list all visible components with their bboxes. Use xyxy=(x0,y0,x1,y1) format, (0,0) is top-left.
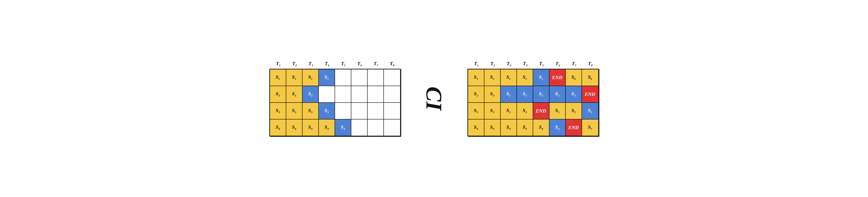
col-header-5: T5 xyxy=(335,61,351,69)
grid-row-2: S2S2S2S2S2S2S2END xyxy=(468,86,598,103)
col-header-8: T8 xyxy=(582,61,598,69)
cell-r4-c5: S4 xyxy=(533,119,550,136)
cell-r2-c5: S2 xyxy=(533,86,550,102)
col-header-6: T6 xyxy=(351,61,368,69)
cell-r2-c8: END xyxy=(582,86,598,102)
cell-r1-c2: S1 xyxy=(286,70,303,86)
cell-r4-c6: S4 xyxy=(550,119,566,136)
cell-r1-c6: END xyxy=(550,70,566,86)
right-col-headers: T1T2T3T4T5T6T7T8 xyxy=(468,61,598,69)
grid-row-1: S1S1S1S1S1ENDS6S6 xyxy=(468,70,598,86)
cell-r2-c4: S2 xyxy=(517,86,533,102)
cell-r3-c7 xyxy=(368,103,384,119)
cell-r2-c3: S2 xyxy=(303,86,319,102)
cell-r4-c8: S7 xyxy=(582,119,598,136)
cell-r3-c1: S3 xyxy=(270,103,286,119)
right-diagram: T1T2T3T4T5T6T7T8 S1S1S1S1S1ENDS6S6S2S2S2… xyxy=(467,61,599,136)
cell-r3-c8 xyxy=(384,103,400,119)
grid-row-3: S3S3S3S3 xyxy=(270,103,400,119)
col-header-1: T1 xyxy=(270,61,286,69)
cell-r1-c8 xyxy=(384,70,400,86)
cell-r1-c6 xyxy=(351,70,368,86)
cell-r1-c5: S1 xyxy=(533,70,550,86)
cell-r3-c4: S3 xyxy=(319,103,335,119)
col-header-7: T7 xyxy=(566,61,582,69)
cell-r1-c5 xyxy=(335,70,351,86)
left-grid: S1S1S1S1S2S2S2S3S3S3S3S4S4S4S4S4 xyxy=(269,69,401,136)
page-container: T1T2T3T4T5T6T7T8 S1S1S1S1S2S2S2S3S3S3S3S… xyxy=(256,52,613,145)
ci-label: CI xyxy=(419,86,450,111)
cell-r3-c4: S3 xyxy=(517,103,533,119)
grid-row-2: S2S2S2 xyxy=(270,86,400,103)
cell-r1-c1: S1 xyxy=(270,70,286,86)
col-header-3: T3 xyxy=(303,61,319,69)
cell-r4-c6 xyxy=(351,119,368,136)
cell-r4-c5: S4 xyxy=(335,119,351,136)
right-grid: S1S1S1S1S1ENDS6S6S2S2S2S2S2S2S2ENDS3S3S3… xyxy=(467,69,599,136)
cell-r4-c3: S4 xyxy=(303,119,319,136)
col-header-3: T3 xyxy=(501,61,517,69)
cell-r4-c1: S4 xyxy=(270,119,286,136)
cell-r4-c7 xyxy=(368,119,384,136)
col-header-2: T2 xyxy=(286,61,303,69)
cell-r3-c3: S3 xyxy=(501,103,517,119)
cell-r3-c8: S3 xyxy=(582,103,598,119)
col-header-7: T7 xyxy=(368,61,384,69)
cell-r4-c2: S4 xyxy=(485,119,501,136)
cell-r3-c5 xyxy=(335,103,351,119)
cell-r2-c2: S2 xyxy=(286,86,303,102)
cell-r2-c4 xyxy=(319,86,335,102)
col-header-5: T5 xyxy=(533,61,550,69)
cell-r4-c8 xyxy=(384,119,400,136)
cell-r3-c1: S3 xyxy=(468,103,485,119)
col-header-4: T4 xyxy=(517,61,533,69)
cell-r4-c7: END xyxy=(566,119,582,136)
cell-r4-c2: S4 xyxy=(286,119,303,136)
cell-r4-c4: S4 xyxy=(319,119,335,136)
cell-r3-c3: S3 xyxy=(303,103,319,119)
cell-r3-c2: S3 xyxy=(286,103,303,119)
cell-r1-c7 xyxy=(368,70,384,86)
left-col-headers: T1T2T3T4T5T6T7T8 xyxy=(270,61,400,69)
grid-row-1: S1S1S1S1 xyxy=(270,70,400,86)
cell-r1-c3: S1 xyxy=(501,70,517,86)
cell-r1-c3: S1 xyxy=(303,70,319,86)
grid-row-4: S4S4S4S4S4S4ENDS7 xyxy=(468,119,598,136)
col-header-4: T4 xyxy=(319,61,335,69)
cell-r1-c4: S1 xyxy=(319,70,335,86)
cell-r2-c6 xyxy=(351,86,368,102)
cell-r2-c1: S2 xyxy=(468,86,485,102)
col-header-8: T8 xyxy=(384,61,400,69)
cell-r2-c2: S2 xyxy=(485,86,501,102)
cell-r1-c1: S1 xyxy=(468,70,485,86)
cell-r2-c7 xyxy=(368,86,384,102)
cell-r1-c2: S1 xyxy=(485,70,501,86)
col-header-2: T2 xyxy=(485,61,501,69)
cell-r3-c5: END xyxy=(533,103,550,119)
grid-row-3: S3S3S3S3ENDS5S5S3 xyxy=(468,103,598,119)
cell-r3-c7: S5 xyxy=(566,103,582,119)
col-header-6: T6 xyxy=(550,61,566,69)
cell-r1-c4: S1 xyxy=(517,70,533,86)
cell-r2-c8 xyxy=(384,86,400,102)
grid-row-4: S4S4S4S4S4 xyxy=(270,119,400,136)
cell-r4-c1: S4 xyxy=(468,119,485,136)
cell-r2-c3: S2 xyxy=(501,86,517,102)
cell-r2-c1: S2 xyxy=(270,86,286,102)
left-diagram: T1T2T3T4T5T6T7T8 S1S1S1S1S2S2S2S3S3S3S3S… xyxy=(269,61,401,136)
cell-r2-c6: S2 xyxy=(550,86,566,102)
cell-r3-c6: S5 xyxy=(550,103,566,119)
cell-r3-c6 xyxy=(351,103,368,119)
cell-r1-c7: S6 xyxy=(566,70,582,86)
cell-r3-c2: S3 xyxy=(485,103,501,119)
col-header-1: T1 xyxy=(468,61,485,69)
cell-r2-c7: S2 xyxy=(566,86,582,102)
cell-r4-c4: S4 xyxy=(517,119,533,136)
cell-r1-c8: S6 xyxy=(582,70,598,86)
cell-r2-c5 xyxy=(335,86,351,102)
cell-r4-c3: S4 xyxy=(501,119,517,136)
